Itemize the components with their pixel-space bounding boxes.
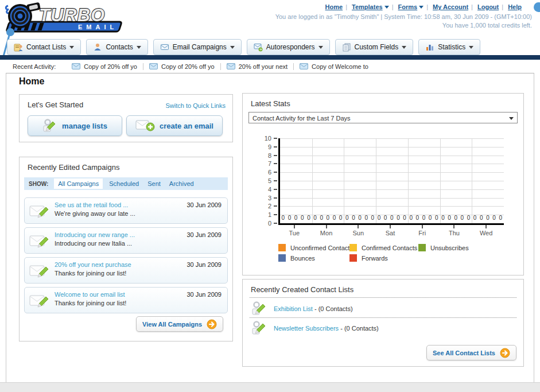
page-title: Home <box>19 76 44 87</box>
y-axis-tick-label: 5 <box>259 177 271 184</box>
contact-list-name-link[interactable]: Newsletter Subscribers <box>274 325 339 332</box>
data-value-label: 0 <box>307 215 310 221</box>
login-status-text: You are logged in as "Timothy Smith" | S… <box>275 13 532 21</box>
envelope-icon <box>149 63 158 69</box>
campaign-date: 30 Jun 2009 <box>187 201 222 208</box>
legend-swatch <box>278 254 286 262</box>
recently-edited-campaigns-panel: Recently Edited Campaigns SHOW: All Camp… <box>19 157 233 341</box>
chart-gridline <box>280 164 504 164</box>
chart-gridline <box>344 138 344 223</box>
arrow-right-circle-icon <box>207 319 217 329</box>
chart-gridline <box>280 147 504 148</box>
campaign-description: Thanks for joining our list! <box>55 300 126 306</box>
y-axis-tick <box>274 138 277 139</box>
data-value-label: 0 <box>435 215 438 221</box>
view-all-campaigns-button[interactable]: View All Campaigns <box>136 316 223 332</box>
chevron-down-icon <box>137 46 141 49</box>
campaign-subject-link[interactable]: 20% off your next purchase <box>55 261 131 268</box>
recent-activity-item[interactable]: Copy of Welcome to <box>294 63 374 70</box>
nav-templates-link[interactable]: Templates <box>352 3 383 10</box>
data-value-label: 0 <box>364 215 368 221</box>
recent-activity-item[interactable]: 20% off your next <box>221 63 294 70</box>
campaign-subject-link[interactable]: Welcome to our email list <box>55 291 125 298</box>
tab-email-campaigns[interactable]: Email Campaigns <box>153 39 242 55</box>
manage-lists-button[interactable]: manage lists <box>28 115 122 136</box>
tab-contact-lists[interactable]: Contact Lists <box>7 39 81 55</box>
nav-my-account-link[interactable]: My Account <box>433 3 468 10</box>
campaign-card: See us at the retail food ... We're givi… <box>24 197 228 224</box>
contact-list-name-link[interactable]: Exhibition List <box>274 305 313 312</box>
recent-activity-item[interactable]: Copy of 20% off yo <box>143 63 221 70</box>
campaign-card: Introducing our new range ... Introducin… <box>24 227 228 254</box>
legend-swatch <box>278 244 286 251</box>
tab-statistics[interactable]: Statistics <box>418 39 480 55</box>
tab-custom-fields[interactable]: Custom Fields <box>335 39 414 55</box>
campaign-subject-link[interactable]: Introducing our new range ... <box>55 231 135 238</box>
corner-badge-icon <box>534 2 540 12</box>
nav-logout-link[interactable]: Logout <box>477 3 499 10</box>
filter-archived[interactable]: Archived <box>169 180 194 187</box>
chevron-down-icon <box>509 117 514 120</box>
nav-forms-link[interactable]: Forms <box>398 3 418 10</box>
create-an-email-button[interactable]: create an email <box>126 115 223 136</box>
legend-label: Confirmed Contacts <box>362 244 417 251</box>
filter-sent[interactable]: Sent <box>147 180 161 187</box>
data-value-label: 0 <box>409 215 413 221</box>
chart-gridline <box>280 181 504 181</box>
campaign-description: Thanks for joining our list! <box>55 270 126 277</box>
y-axis-tick-label: 9 <box>259 143 271 150</box>
y-axis-tick-label: 2 <box>259 203 271 209</box>
x-axis-tick <box>390 225 391 228</box>
show-label: SHOW: <box>29 181 48 187</box>
y-axis-tick <box>274 163 277 164</box>
filter-scheduled[interactable]: Scheduled <box>109 180 139 187</box>
stats-report-select[interactable]: Contact Activity for the Last 7 Days <box>248 112 518 123</box>
x-axis-tick <box>358 225 359 228</box>
tab-autoresponders[interactable]: Autoresponders <box>247 39 330 55</box>
x-axis-tick-label: Sat <box>373 230 407 236</box>
envelope-arrow-icon <box>254 42 263 52</box>
data-value-label: 0 <box>345 215 349 221</box>
data-value-label: 0 <box>288 215 292 221</box>
recent-activity-item[interactable]: Copy of 20% off yo <box>66 63 143 70</box>
chart-gridline <box>408 138 409 223</box>
switch-to-quick-links[interactable]: Switch to Quick Links <box>165 102 226 109</box>
envelope-icon <box>300 63 308 69</box>
x-axis-tick-label: Tue <box>277 230 312 236</box>
legend-label: Unconfirmed Contacts <box>290 244 353 251</box>
data-value-label: 0 <box>294 215 298 221</box>
list-pencil-icon <box>42 119 57 133</box>
legend-item: Forwards <box>349 254 388 262</box>
y-axis-tick-label: 1 <box>259 211 271 218</box>
data-value-label: 0 <box>333 215 336 221</box>
chart-gridline <box>280 156 504 156</box>
data-value-label: 0 <box>282 215 285 221</box>
legend-label: Unsubscribes <box>430 244 469 251</box>
campaign-card: Welcome to our email list Thanks for joi… <box>24 287 228 313</box>
y-axis-tick <box>274 189 277 190</box>
data-value-label: 0 <box>467 215 471 221</box>
nav-home-link[interactable]: Home <box>325 3 343 10</box>
data-value-label: 0 <box>327 215 330 221</box>
data-value-label: 0 <box>454 215 457 221</box>
chart-gridline <box>280 198 504 199</box>
y-axis-tick <box>274 155 277 156</box>
contact-lists-panel-title: Recently Created Contact Lists <box>251 285 353 294</box>
data-value-label: 0 <box>339 215 343 221</box>
y-axis-tick <box>274 197 277 199</box>
data-value-label: 0 <box>371 215 375 221</box>
y-axis-tick <box>274 223 277 224</box>
y-axis-tick-label: 0 <box>259 220 271 227</box>
filter-all-campaigns[interactable]: All Campaigns <box>54 178 103 189</box>
campaign-filter-bar: SHOW: All Campaigns Scheduled Sent Archi… <box>24 177 228 190</box>
data-value-label: 0 <box>320 215 323 221</box>
see-all-contact-lists-button[interactable]: See All Contact Lists <box>426 345 516 360</box>
envelope-pencil-icon <box>29 202 50 219</box>
campaign-subject-link[interactable]: See us at the retail food ... <box>55 201 128 208</box>
nav-help-link[interactable]: Help <box>508 3 522 10</box>
main-nav-tabs: Contact Lists Contacts Email Campaigns A… <box>7 39 480 55</box>
logo-turbo-text: TURBO <box>39 5 105 25</box>
envelope-plus-icon <box>135 119 155 133</box>
credits-text: You have 1,000 total credits left. <box>275 21 532 30</box>
tab-contacts[interactable]: Contacts <box>86 39 147 55</box>
